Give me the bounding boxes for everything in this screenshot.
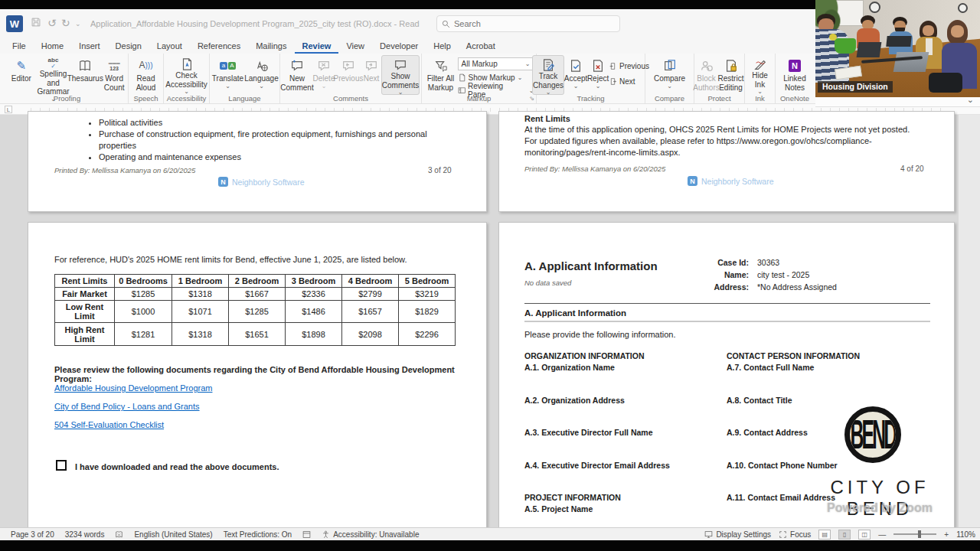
accessibility-status[interactable]: Accessibility: Unavailable [322,530,419,539]
zoom-video-tile[interactable]: Housing Division [815,0,980,97]
editing-mode-icon[interactable] [302,530,311,539]
tab-review[interactable]: Review [295,40,339,54]
tab-developer[interactable]: Developer [372,40,426,54]
filter-all-markup-button[interactable]: Filter All Markup [424,55,458,95]
address-label: Address: [698,282,749,292]
new-comment-button[interactable]: New Comment [282,55,312,95]
group-comments: New Comment Delete Previous Next [280,54,422,103]
word-count-button[interactable]: ═══123 Word Count [100,55,128,95]
accept-button[interactable]: Accept [564,55,587,95]
tab-view[interactable]: View [338,40,372,54]
thesaurus-button[interactable]: Thesaurus [70,55,100,95]
language-indicator[interactable]: English (United States) [134,530,212,539]
rent-limits-table: Rent Limits 0 Bedrooms 1 Bedroom 2 Bedro… [54,274,456,346]
delete-comment-icon [317,57,331,74]
tab-mailings[interactable]: Mailings [248,40,294,54]
table-row: High Rent Limit $1281 $1318 $1651 $1898 … [55,323,456,346]
link-affordable-housing-program[interactable]: Affordable Housing Development Program [54,383,212,393]
page-3-fragment[interactable]: Political activities Purchase of constru… [28,111,487,212]
markup-dropdown[interactable]: All Markup⌄ [458,57,534,70]
next-comment-button[interactable]: Next [361,55,381,95]
word-count-indicator[interactable]: 3234 words [65,530,105,539]
qat-more-icon[interactable]: ⌄ [75,20,81,28]
header-cell: Rent Limits [55,275,115,288]
delete-comment-button[interactable]: Delete [312,55,335,95]
tab-home[interactable]: Home [34,40,71,54]
case-id-label: Case Id: [698,258,749,267]
tab-acrobat[interactable]: Acrobat [459,40,503,54]
hide-ink-button[interactable]: Hide Ink [746,55,774,95]
book-icon [78,57,92,74]
compare-button[interactable]: Compare [652,55,688,95]
tab-help[interactable]: Help [426,40,459,54]
exclusions-bullet-list: Political activities Purchase of constru… [99,117,466,162]
accessibility-check-icon [180,57,194,71]
group-markup: Filter All Markup All Markup⌄ Show Marku… [422,54,537,103]
tab-references[interactable]: References [190,40,248,54]
save-icon[interactable] [31,17,41,30]
page-4-fragment[interactable]: Rent Limits At the time of this applicat… [498,111,955,212]
link-504-self-evaluation[interactable]: 504 Self-Evaluation Checklist [54,420,164,429]
next-comment-icon [364,57,378,74]
zoom-percentage[interactable]: 110% [956,530,975,539]
tab-file[interactable]: File [5,40,34,54]
display-settings-icon [704,530,713,539]
block-authors-button[interactable]: Block Authors [695,55,718,95]
text-predictions-indicator[interactable]: Text Predictions: On [224,530,292,539]
search-bar[interactable] [436,15,620,32]
check-accessibility-button[interactable]: Check Accessibility [165,55,208,95]
zoom-slider[interactable] [893,533,936,535]
review-documents-heading: Please review the following documents re… [54,365,468,383]
spelling-grammar-button[interactable]: abc✓ Spelling and Grammar [37,55,70,95]
reject-button[interactable]: Reject [587,55,609,95]
tab-layout[interactable]: Layout [149,40,190,54]
zoom-out-button[interactable]: — [878,530,886,539]
word-app-icon[interactable]: W [6,15,23,32]
redo-icon[interactable]: ↻ [61,17,70,29]
tab-design[interactable]: Design [108,40,149,54]
field-a5: A.5. Project Name [524,504,593,514]
bullet-item: Political activities [99,117,466,129]
zoom-slider-thumb[interactable] [918,530,921,538]
previous-change-button[interactable]: Previous [609,60,649,72]
group-accessibility: Check Accessibility Accessibility [164,54,210,103]
restrict-editing-button[interactable]: Restrict Editing [718,55,744,95]
read-aloud-button[interactable]: A))) Read Aloud [130,55,162,95]
laptop-2 [886,36,911,47]
web-layout-button[interactable]: ◫ [858,530,871,540]
rent-limits-paragraph: At the time of this application opening,… [524,124,923,158]
undo-icon[interactable]: ↺ [47,17,57,29]
print-layout-button[interactable]: ▯ [838,530,851,540]
focus-mode-button[interactable]: Focus [779,530,811,539]
new-comment-icon [290,57,304,74]
powered-by-zoom-watermark: Powered by Zoom [793,501,966,515]
tab-selector-icon[interactable]: L [5,106,12,113]
linked-notes-button[interactable]: N Linked Notes [779,55,811,95]
group-onenote: N Linked Notes OneNote [776,54,814,103]
editor-button[interactable]: ✎ Editor [6,55,37,95]
next-change-button[interactable]: Next [609,75,649,87]
previous-change-icon [609,62,617,70]
display-settings-button[interactable]: Display Settings [704,530,771,539]
zoom-in-button[interactable]: + [944,530,949,539]
link-loans-and-grants-policy[interactable]: City of Bend Policy - Loans and Grants [54,402,200,411]
read-mode-button[interactable]: ▤ [818,530,831,540]
contact-info-header: CONTACT PERSON INFORMATION [727,351,860,360]
tab-insert[interactable]: Insert [71,40,108,54]
proofing-status-icon[interactable] [115,530,123,539]
language-button[interactable]: Language [245,55,279,95]
laptop-1 [857,42,882,57]
group-tracking: Track Changes Accept Reject Previous [537,54,645,103]
page-left-current[interactable]: For reference, HUD's 2025 HOME rent limi… [28,222,487,528]
translate-button[interactable]: a A Translate [211,55,245,95]
group-ink: Hide Ink Ink [745,54,776,103]
collapse-video-chevron-icon[interactable]: ⌄ [967,95,974,105]
show-comments-button[interactable]: Show Comments [381,55,420,95]
search-input[interactable] [454,19,607,28]
track-changes-button[interactable]: Track Changes [532,55,564,95]
applicant-info-section-heading: A. Applicant Information [524,308,930,322]
name-label: Name: [698,270,749,279]
previous-comment-button[interactable]: Previous [335,55,361,95]
documents-read-checkbox[interactable] [56,460,67,471]
page-indicator[interactable]: Page 3 of 20 [11,530,54,539]
